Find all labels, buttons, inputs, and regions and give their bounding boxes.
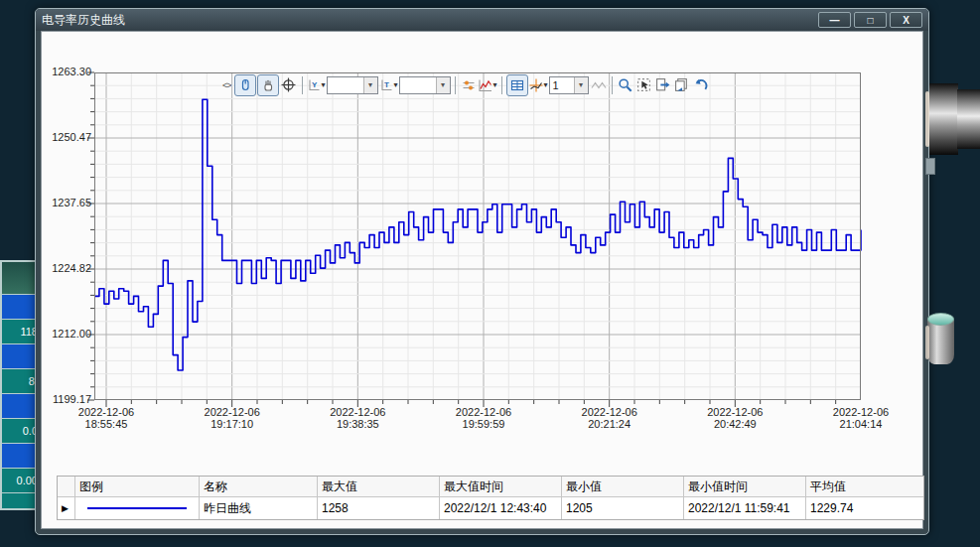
col-header-legend: 图例 [75,477,200,497]
resize-cursor-icon: <> [222,80,231,90]
max-time-cell: 2022/12/1 12:43:40 [440,497,562,519]
row-selector-icon: ▶ [62,503,69,513]
data-grid-icon [510,78,524,92]
series-name-cell: 昨日曲线 [200,497,318,519]
row-selector-cell[interactable]: ▶ [58,497,75,519]
x-tick-label: 2022-12-0620:42:49 [680,406,789,430]
cursor-count-combobox[interactable]: 1 ▾ [549,76,589,94]
selector-column-header [58,477,75,497]
crosshair-mode-button[interactable] [280,74,298,96]
plot-svg [94,72,861,400]
magnifier-icon [618,77,632,92]
zoom-button[interactable] [617,74,634,96]
y-axis-select-button[interactable]: Y ▾ [307,74,326,96]
toolbar-separator [612,76,613,94]
pipe-horizontal [957,89,980,149]
tank-cylinder-top [927,313,954,326]
tank-cylinder [927,320,954,364]
x-tick-label: 2022-12-0619:38:35 [303,406,412,430]
y-tick-label: 1263.30 [40,66,91,77]
undo-button[interactable] [692,74,710,96]
min-value-cell: 1205 [562,497,684,519]
print-icon [674,77,689,92]
window-title: 电导率历史曲线 [42,12,125,29]
y-tick-label: 1199.17 [40,393,91,405]
col-header-name: 名称 [200,477,318,497]
y-tick-label: 1250.47 [40,131,91,143]
y-tick-label: 1224.82 [40,262,91,274]
print-button[interactable] [673,74,691,96]
desktop: 118 8. 0.0 0.00 电导率历史曲线 — □ X 1263.30125… [0,0,980,547]
col-header-max: 最大值 [318,477,440,497]
toolbar-separator [455,76,456,94]
y-axis-icon: Y [307,78,321,92]
y-tick-label: 1237.65 [40,197,91,208]
pan-hand-button[interactable] [257,74,279,96]
col-header-max-time: 最大值时间 [440,477,562,497]
chevron-down-icon: ▾ [394,80,398,89]
y-axis-combobox[interactable]: ▾ [327,76,378,94]
close-button[interactable]: X [890,12,922,28]
wave-button-disabled[interactable] [590,74,608,96]
mouse-icon [238,78,252,92]
select-region-icon [636,77,651,92]
crosshair-icon [281,77,296,92]
cursor-curve-button[interactable]: ▾ [529,74,548,96]
chevron-down-icon: ▾ [574,77,588,93]
hand-icon [261,78,275,92]
chevron-down-icon: ▾ [322,80,326,89]
y-tick-label: 1212.00 [40,328,91,340]
col-header-min: 最小值 [562,477,684,497]
x-tick-label: 2022-12-0619:17:10 [178,406,287,430]
col-header-avg: 平均值 [806,477,923,497]
series-legend-line [87,507,187,509]
time-axis-combobox[interactable]: ▾ [399,76,451,94]
export-button[interactable] [654,74,672,96]
cursor-curve-icon [529,78,543,92]
curve-style-button[interactable]: ▾ [479,74,497,96]
sliders-icon [462,78,476,92]
undo-icon [693,77,708,92]
select-region-button[interactable] [635,74,653,96]
adjust-settings-button[interactable] [460,74,478,96]
time-axis-select-button[interactable]: T ▾ [379,74,398,96]
toolbar-separator [302,76,303,94]
chevron-down-icon: ▾ [544,80,548,89]
statistics-table: 图例 名称 最大值 最大值时间 最小值 最小值时间 平均值 ▶ 昨日曲线 125… [57,476,924,520]
maximize-button[interactable]: □ [854,12,887,28]
pipe-flange [929,83,958,155]
chevron-down-icon: ▾ [493,80,497,89]
pipe-reflection [925,326,929,359]
minimize-button[interactable]: — [818,12,851,28]
legend-cell [75,497,200,519]
export-icon [655,77,670,92]
wave-icon [591,78,607,92]
chevron-down-icon: ▾ [436,77,450,93]
curve-icon [479,78,492,92]
toolbar-separator [501,76,502,94]
chart-plot-area[interactable] [94,72,861,400]
col-header-min-time: 最小值时间 [684,477,806,497]
x-tick-label: 2022-12-0618:55:45 [52,406,161,430]
svg-text:T: T [384,80,389,89]
avg-value-cell: 1229.74 [806,497,923,519]
pipe-reflection [925,91,929,147]
t-axis-icon: T [379,78,393,92]
svg-text:Y: Y [312,80,318,89]
x-tick-label: 2022-12-0620:21:24 [555,406,664,430]
edge-tab [925,158,935,175]
x-tick-label: 2022-12-0619:59:59 [429,406,538,430]
x-tick-label: 2022-12-0621:04:14 [806,406,915,430]
chart-toolbar: <> Y [222,73,710,96]
chevron-down-icon: ▾ [363,77,377,93]
max-value-cell: 1258 [318,497,440,519]
data-grid-toggle-button[interactable] [506,74,528,96]
mouse-mode-button[interactable] [234,74,256,96]
min-time-cell: 2022/12/1 11:59:41 [684,497,806,519]
titlebar[interactable]: 电导率历史曲线 — □ X [36,9,928,31]
